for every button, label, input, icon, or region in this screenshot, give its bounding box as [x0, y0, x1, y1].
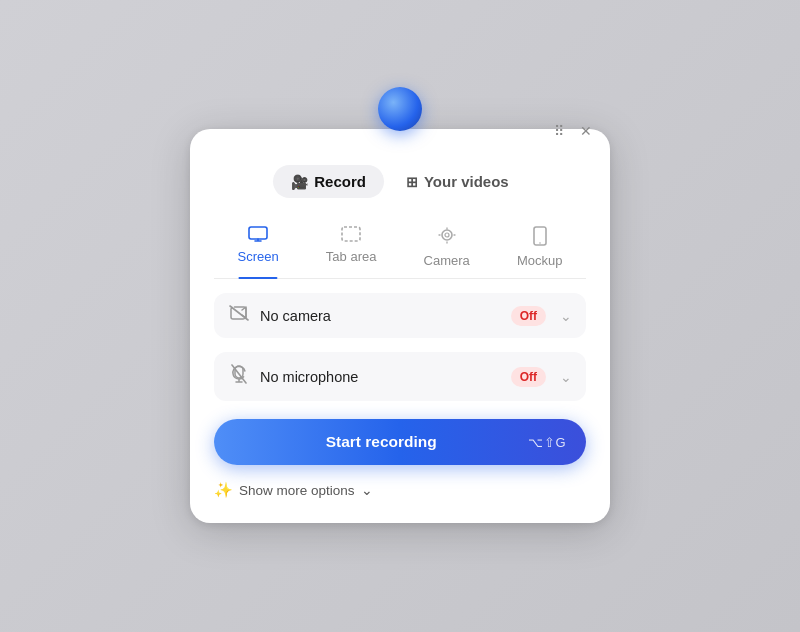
- nav-tab-mockup[interactable]: Mockup: [505, 218, 575, 278]
- your-videos-tab-icon: ⊞: [406, 174, 418, 190]
- drag-handle[interactable]: ⠿: [550, 121, 568, 141]
- main-panel: 🎥 Record ⊞ Your videos Screen: [190, 129, 610, 523]
- close-icon: ✕: [580, 123, 592, 139]
- camera-label: No camera: [260, 308, 501, 324]
- more-options-chevron-icon: ⌄: [361, 482, 373, 498]
- record-tab-icon: 🎥: [291, 174, 308, 190]
- start-recording-label: Start recording: [234, 433, 528, 451]
- nav-tab-bar: Screen Tab area Camera: [214, 218, 586, 279]
- show-more-options-button[interactable]: ✨ Show more options ⌄: [214, 481, 373, 499]
- camera-chevron-icon: ⌄: [560, 308, 572, 324]
- microphone-device-row[interactable]: No microphone Off ⌄: [214, 352, 586, 401]
- nav-tab-camera[interactable]: Camera: [412, 218, 482, 278]
- camera-off-badge: Off: [511, 306, 546, 326]
- start-recording-shortcut: ⌥⇧G: [528, 435, 566, 450]
- start-recording-button[interactable]: Start recording ⌥⇧G: [214, 419, 586, 465]
- tab-area-icon: [341, 226, 361, 245]
- nav-tab-screen[interactable]: Screen: [226, 218, 291, 278]
- no-camera-icon: [228, 305, 250, 326]
- svg-point-3: [445, 233, 449, 237]
- nav-tab-tab-area[interactable]: Tab area: [314, 218, 389, 278]
- panel-wrapper: ⠿ ✕ 🎥 Record ⊞ Your videos: [190, 109, 610, 523]
- camera-device-row[interactable]: No camera Off ⌄: [214, 293, 586, 338]
- camera-nav-icon: [437, 226, 457, 249]
- mockup-icon: [533, 226, 547, 249]
- your-videos-tab-label: Your videos: [424, 173, 509, 190]
- drag-icon: ⠿: [554, 123, 564, 139]
- show-more-options-label: Show more options: [239, 483, 355, 498]
- tab-your-videos[interactable]: ⊞ Your videos: [388, 165, 527, 198]
- microphone-label: No microphone: [260, 369, 501, 385]
- no-microphone-icon: [228, 364, 250, 389]
- svg-point-5: [539, 242, 541, 244]
- microphone-chevron-icon: ⌄: [560, 369, 572, 385]
- nav-tab-screen-label: Screen: [238, 249, 279, 264]
- nav-tab-tab-area-label: Tab area: [326, 249, 377, 264]
- svg-rect-1: [342, 227, 360, 241]
- nav-tab-camera-label: Camera: [424, 253, 470, 268]
- record-tab-label: Record: [314, 173, 366, 190]
- svg-point-2: [442, 230, 452, 240]
- top-tab-bar: 🎥 Record ⊞ Your videos: [214, 165, 586, 198]
- microphone-off-badge: Off: [511, 367, 546, 387]
- sparkle-icon: ✨: [214, 481, 233, 499]
- screen-icon: [248, 226, 268, 245]
- nav-tab-mockup-label: Mockup: [517, 253, 563, 268]
- window-controls: ⠿ ✕: [550, 121, 596, 141]
- tab-record[interactable]: 🎥 Record: [273, 165, 384, 198]
- svg-rect-0: [249, 227, 267, 239]
- orb: [378, 87, 422, 131]
- close-button[interactable]: ✕: [576, 121, 596, 141]
